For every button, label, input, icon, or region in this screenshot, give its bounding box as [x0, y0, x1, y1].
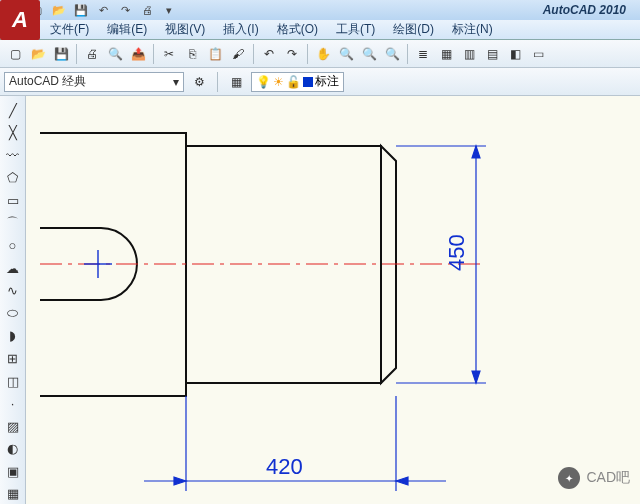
polygon-tool[interactable]: ⬠ [2, 168, 24, 189]
zoom-prev-button[interactable]: 🔍 [381, 43, 403, 65]
standard-toolbar: ▢ 📂 💾 🖨 🔍 📤 ✂ ⎘ 📋 🖌 ↶ ↷ ✋ 🔍 🔍 🔍 ≣ ▦ ▥ ▤ … [0, 40, 640, 68]
revcloud-tool[interactable]: ☁ [2, 258, 24, 279]
menu-view[interactable]: 视图(V) [157, 19, 213, 40]
drawing-svg: 450 420 [26, 96, 640, 504]
menu-tools[interactable]: 工具(T) [328, 19, 383, 40]
workspace-select[interactable]: AutoCAD 经典 ▾ [4, 72, 184, 92]
qat-dropdown-icon[interactable]: ▾ [160, 2, 178, 18]
preview-button[interactable]: 🔍 [104, 43, 126, 65]
drawing-canvas[interactable]: 450 420 ✦ CAD吧 [26, 96, 640, 504]
paste-button[interactable]: 📋 [204, 43, 226, 65]
region-tool[interactable]: ▣ [2, 461, 24, 482]
qat-undo-icon[interactable]: ↶ [94, 2, 112, 18]
svg-marker-6 [472, 146, 480, 158]
circle-tool[interactable]: ○ [2, 235, 24, 256]
menu-insert[interactable]: 插入(I) [215, 19, 266, 40]
sheet-button[interactable]: ▤ [481, 43, 503, 65]
properties-button[interactable]: ≣ [412, 43, 434, 65]
spline-tool[interactable]: ∿ [2, 281, 24, 302]
layer-props-button[interactable]: ▦ [225, 71, 247, 93]
markup-button[interactable]: ◧ [504, 43, 526, 65]
sun-icon: ☀ [273, 75, 284, 89]
svg-marker-11 [174, 477, 186, 485]
bulb-icon: 💡 [256, 75, 271, 89]
crosshair-cursor [84, 250, 112, 278]
menu-format[interactable]: 格式(O) [269, 19, 326, 40]
save-button[interactable]: 💾 [50, 43, 72, 65]
app-title: AutoCAD 2010 [543, 3, 626, 17]
pline-tool[interactable]: 〰 [2, 145, 24, 166]
dim-h-text: 420 [266, 454, 303, 479]
tool-pal-button[interactable]: ▥ [458, 43, 480, 65]
draw-toolbar: ╱ ╳ 〰 ⬠ ▭ ⌒ ○ ☁ ∿ ⬭ ◗ ⊞ ◫ · ▨ ◐ ▣ ▦ [0, 96, 26, 504]
undo-button[interactable]: ↶ [258, 43, 280, 65]
pan-button[interactable]: ✋ [312, 43, 334, 65]
menu-edit[interactable]: 编辑(E) [99, 19, 155, 40]
open-button[interactable]: 📂 [27, 43, 49, 65]
block-tool[interactable]: ◫ [2, 371, 24, 392]
watermark-text: CAD吧 [586, 469, 630, 487]
gradient-tool[interactable]: ◐ [2, 438, 24, 459]
point-tool[interactable]: · [2, 393, 24, 414]
insert-tool[interactable]: ⊞ [2, 348, 24, 369]
publish-button[interactable]: 📤 [127, 43, 149, 65]
arc-tool[interactable]: ⌒ [2, 213, 24, 234]
zoom-rt-button[interactable]: 🔍 [335, 43, 357, 65]
table-tool[interactable]: ▦ [2, 484, 24, 504]
workspace-label: AutoCAD 经典 [9, 73, 86, 90]
line-tool[interactable]: ╱ [2, 100, 24, 121]
layer-color-swatch [303, 77, 313, 87]
qat-print-icon[interactable]: 🖨 [138, 2, 156, 18]
layer-select[interactable]: 💡 ☀ 🔓 标注 [251, 72, 344, 92]
rectangle-tool[interactable]: ▭ [2, 190, 24, 211]
qat-open-icon[interactable]: 📂 [50, 2, 68, 18]
ws-settings-button[interactable]: ⚙ [188, 71, 210, 93]
lock-icon: 🔓 [286, 75, 301, 89]
menu-draw[interactable]: 绘图(D) [385, 19, 442, 40]
ellipse-arc-tool[interactable]: ◗ [2, 326, 24, 347]
app-logo-icon[interactable]: A [0, 0, 40, 40]
chevron-down-icon: ▾ [173, 75, 179, 89]
hatch-tool[interactable]: ▨ [2, 416, 24, 437]
dim-v-text: 450 [444, 234, 469, 271]
ellipse-tool[interactable]: ⬭ [2, 303, 24, 324]
dc-button[interactable]: ▦ [435, 43, 457, 65]
menu-file[interactable]: 文件(F) [42, 19, 97, 40]
watermark-icon: ✦ [558, 467, 580, 489]
qat-redo-icon[interactable]: ↷ [116, 2, 134, 18]
redo-button[interactable]: ↷ [281, 43, 303, 65]
new-button[interactable]: ▢ [4, 43, 26, 65]
copy-button[interactable]: ⎘ [181, 43, 203, 65]
xline-tool[interactable]: ╳ [2, 123, 24, 144]
svg-marker-7 [472, 371, 480, 383]
zoom-win-button[interactable]: 🔍 [358, 43, 380, 65]
workspace-layer-bar: AutoCAD 经典 ▾ ⚙ ▦ 💡 ☀ 🔓 标注 [0, 68, 640, 96]
svg-marker-12 [396, 477, 408, 485]
watermark: ✦ CAD吧 [558, 467, 630, 489]
layer-name: 标注 [315, 73, 339, 90]
menu-dimension[interactable]: 标注(N) [444, 19, 501, 40]
dimensions: 450 420 [144, 146, 486, 491]
match-button[interactable]: 🖌 [227, 43, 249, 65]
calc-button[interactable]: ▭ [527, 43, 549, 65]
qat-save-icon[interactable]: 💾 [72, 2, 90, 18]
print-button[interactable]: 🖨 [81, 43, 103, 65]
cut-button[interactable]: ✂ [158, 43, 180, 65]
